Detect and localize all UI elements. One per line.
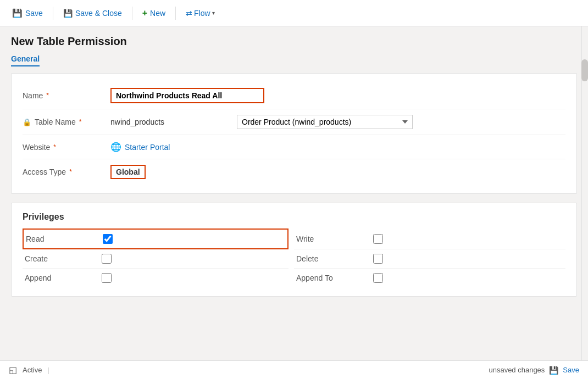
flow-icon: ⇄: [186, 9, 192, 18]
divider-2: [132, 7, 132, 20]
website-value: 🌐 Starter Portal: [110, 142, 565, 152]
access-type-row: Access Type * Global: [23, 159, 565, 185]
privilege-create-checkbox[interactable]: [102, 254, 112, 264]
flow-button[interactable]: ⇄ Flow ▾: [180, 6, 220, 20]
save-label: Save: [25, 9, 43, 18]
lock-icon: 🔒: [23, 118, 31, 126]
save-close-button[interactable]: 💾 Save & Close: [58, 6, 127, 20]
save-button[interactable]: 💾 Save: [7, 5, 48, 21]
access-type-box: Global: [110, 165, 146, 179]
privilege-append-to-label: Append To: [296, 274, 373, 282]
privilege-delete-row: Delete: [294, 249, 565, 269]
status-left: ◱ Active |: [9, 365, 49, 375]
website-required: *: [53, 143, 56, 151]
privilege-read-checkbox[interactable]: [103, 234, 113, 244]
save-status-label: Save: [563, 366, 579, 374]
website-label-text: Website: [23, 143, 50, 152]
status-divider: |: [47, 366, 49, 374]
save-close-icon: 💾: [63, 9, 73, 18]
privileges-title: Privileges: [23, 212, 565, 222]
table-name-label-text: Table Name: [35, 118, 76, 126]
status-active-label: Active: [23, 366, 42, 374]
privilege-create-label: Create: [25, 254, 102, 263]
access-type-label-text: Access Type: [23, 168, 66, 176]
privilege-read-row: Read: [23, 228, 289, 249]
privileges-grid: Read Write Create Delete Append: [23, 228, 565, 287]
table-name-value-container: nwind_products Order Product (nwind_prod…: [110, 115, 565, 129]
privilege-append-checkbox[interactable]: [102, 273, 112, 283]
privilege-write-row: Write: [294, 228, 565, 249]
divider-1: [53, 7, 53, 20]
privilege-delete-checkbox[interactable]: [373, 254, 383, 264]
toolbar: 💾 Save 💾 Save & Close + New ⇄ Flow ▾: [0, 0, 588, 26]
privilege-write-label: Write: [296, 235, 373, 243]
privilege-append-row: Append: [23, 269, 289, 287]
section-general-header: General: [11, 54, 40, 66]
status-bar: ◱ Active | unsaved changes 💾 Save: [0, 360, 588, 379]
privilege-read-label: Read: [26, 235, 103, 243]
privilege-append-label: Append: [25, 274, 102, 282]
flow-label: Flow: [194, 9, 210, 18]
website-row: Website * 🌐 Starter Portal: [23, 135, 565, 159]
name-label-text: Name: [23, 91, 43, 100]
scrollbar-track: [581, 26, 588, 360]
privileges-card: Privileges Read Write Create Delete: [11, 203, 577, 297]
website-label: Website *: [23, 143, 110, 152]
unsaved-changes-label: unsaved changes: [489, 366, 545, 374]
privilege-delete-label: Delete: [296, 254, 373, 263]
new-button[interactable]: + New: [137, 5, 171, 21]
flow-chevron-icon: ▾: [212, 10, 215, 16]
table-name-value: nwind_products: [110, 118, 220, 126]
divider-3: [175, 7, 176, 20]
main-content: New Table Permission General Name * 🔒 Ta…: [0, 26, 588, 360]
new-label: New: [150, 9, 165, 18]
globe-icon: 🌐: [110, 142, 121, 152]
website-link[interactable]: 🌐 Starter Portal: [110, 142, 170, 152]
page-title: New Table Permission: [11, 35, 577, 48]
name-row: Name *: [23, 82, 565, 109]
privilege-write-checkbox[interactable]: [373, 234, 383, 244]
privilege-create-row: Create: [23, 249, 289, 269]
table-name-label: 🔒 Table Name *: [23, 118, 110, 126]
privilege-append-to-checkbox[interactable]: [373, 273, 383, 283]
scrollbar-thumb[interactable]: [581, 59, 588, 81]
table-dropdown[interactable]: Order Product (nwind_products): [237, 115, 413, 129]
access-type-label: Access Type *: [23, 168, 110, 176]
new-icon: +: [142, 8, 147, 18]
name-input[interactable]: [110, 88, 264, 103]
name-value: [110, 88, 565, 103]
table-name-row: 🔒 Table Name * nwind_products Order Prod…: [23, 109, 565, 135]
access-type-required: *: [69, 168, 72, 176]
name-label: Name *: [23, 91, 110, 100]
name-required: *: [46, 92, 49, 99]
save-icon-small: 💾: [549, 366, 558, 375]
access-type-value: Global: [110, 165, 565, 179]
save-icon: 💾: [12, 8, 23, 18]
status-right: unsaved changes 💾 Save: [489, 366, 579, 375]
save-close-label: Save & Close: [75, 9, 122, 18]
table-name-required: *: [79, 118, 82, 126]
nav-icon: ◱: [9, 365, 17, 375]
general-form-card: Name * 🔒 Table Name * nwind_products Ord…: [11, 73, 577, 194]
website-link-text: Starter Portal: [125, 143, 170, 152]
privilege-append-to-row: Append To: [294, 269, 565, 287]
